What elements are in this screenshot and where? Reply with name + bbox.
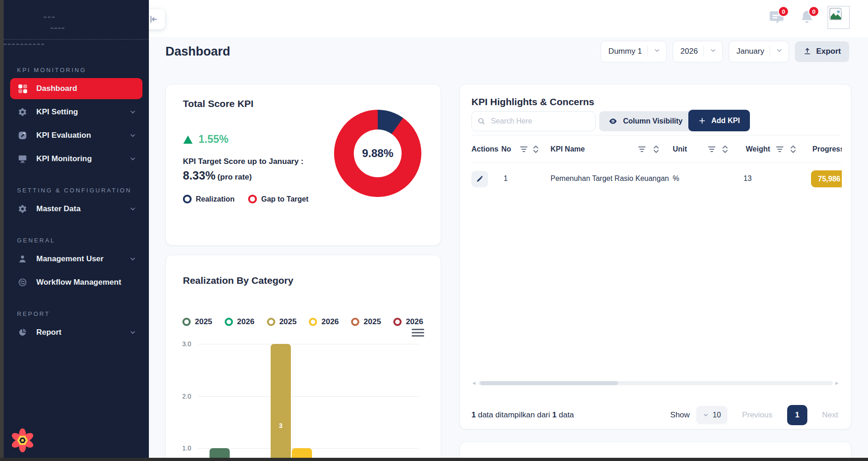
sidebar-item-management-user[interactable]: Management User: [10, 248, 142, 270]
edit-pencil-icon: [476, 175, 484, 183]
delta-row: 1.55%: [183, 133, 228, 146]
horizontal-scrollbar[interactable]: ◄ ►: [471, 381, 840, 385]
table-summary: 1 data ditampilkan dari 1 data: [471, 410, 574, 420]
filter-icon[interactable]: [520, 146, 528, 154]
scrollbar-track[interactable]: [478, 381, 833, 385]
sidebar-item-label: Workflow Management: [36, 278, 121, 287]
chevron-down-icon: [129, 329, 136, 338]
column-header-actions: Actions: [471, 145, 499, 153]
legend-ring-icon: [248, 195, 257, 203]
pagination-row: 1 data ditampilkan dari 1 data Show 10 P…: [471, 405, 841, 425]
dashboard-grid-icon: [17, 84, 28, 94]
scroll-left-arrow[interactable]: ◄: [471, 381, 477, 386]
chevron-down-icon: [129, 132, 136, 141]
column-header-progress: Progress: [812, 145, 842, 153]
broken-image-icon: [829, 7, 843, 21]
pie-chart-icon: [17, 327, 28, 337]
edit-row-button[interactable]: [471, 171, 488, 187]
card-title: Total Score KPI: [183, 98, 254, 109]
donut-chart: 9.88%: [334, 110, 421, 197]
divider: [770, 46, 770, 57]
realization-card: Realization By Category 2025202620252026…: [165, 255, 441, 461]
column-visibility-label: Column Visibility: [623, 117, 683, 125]
legend-item-gap-to-target: Gap to Target: [248, 195, 308, 203]
filter-icon[interactable]: [776, 146, 783, 154]
react-query-devtools-icon[interactable]: [9, 427, 36, 454]
search-input-wrap: [471, 111, 596, 131]
total-count: 1: [552, 410, 556, 419]
export-button[interactable]: Export: [795, 41, 849, 62]
filter-group: Dummy 12026January Export: [601, 41, 849, 62]
sidebar-item-label: Report: [36, 328, 62, 337]
monitor-icon: [17, 154, 28, 164]
notifications-button[interactable]: 0: [797, 8, 817, 27]
filter-select-dummy-1[interactable]: Dummy 1: [601, 41, 667, 62]
progress-badge: 75,986: [811, 170, 842, 187]
triangle-up-icon: [183, 135, 193, 144]
sidebar-item-workflow-management[interactable]: Workflow Management: [10, 272, 142, 293]
bar-2025-c3a84c[interactable]: [271, 344, 291, 461]
select-value: Dummy 1: [608, 47, 642, 56]
y-axis-tick: 2.0: [166, 393, 191, 400]
sidebar-item-master-data[interactable]: Master Data: [10, 198, 142, 219]
sort-icon[interactable]: [790, 145, 796, 155]
logo-skeleton-dash: [4, 44, 44, 45]
chevron-down-icon: [129, 255, 136, 265]
sidebar-nav: KPI MONITORINGDashboardKPI SettingKPI Ev…: [4, 67, 149, 343]
sidebar-section-label: GENERAL: [17, 237, 149, 244]
column-header-unit: Unit: [673, 145, 687, 153]
avatar[interactable]: [828, 6, 850, 29]
sidebar-item-report[interactable]: Report: [10, 322, 142, 343]
page-number-button[interactable]: 1: [787, 405, 807, 425]
upload-icon: [803, 47, 811, 56]
filter-select-2026[interactable]: 2026: [673, 41, 723, 62]
sidebar-item-dashboard[interactable]: Dashboard: [10, 78, 142, 99]
gridline: [198, 396, 419, 397]
card-title: KPI Highlights & Concerns: [471, 96, 594, 107]
sidebar-item-kpi-evaluation[interactable]: KPI Evaluation: [10, 125, 142, 146]
sidebar-item-label: Management User: [36, 254, 103, 264]
scroll-right-arrow[interactable]: ►: [834, 381, 840, 386]
scrollbar-thumb[interactable]: [480, 381, 618, 385]
divider: [647, 46, 648, 57]
chevron-down-icon: [709, 47, 717, 56]
add-kpi-button[interactable]: Add KPI: [688, 110, 750, 131]
sidebar-item-kpi-setting[interactable]: KPI Setting: [10, 101, 142, 123]
sort-icon[interactable]: [533, 145, 539, 155]
sidebar-item-kpi-monitoring[interactable]: KPI Monitoring: [10, 148, 142, 169]
messages-button[interactable]: 0: [767, 8, 786, 27]
export-label: Export: [816, 47, 841, 56]
sidebar-divider: [4, 39, 149, 39]
gridline: [198, 344, 419, 344]
filter-select-january[interactable]: January: [729, 41, 789, 62]
filter-icon[interactable]: [638, 146, 646, 154]
column-visibility-button[interactable]: Column Visibility: [599, 111, 692, 131]
legend-label: Gap to Target: [261, 195, 308, 203]
column-header-weight: Weight: [746, 145, 770, 153]
sidebar-item-label: KPI Monitoring: [36, 154, 92, 163]
plus-icon: [698, 117, 706, 124]
cell-no: 1: [504, 174, 508, 183]
sidebar-section-label: SETTING & CONFIGURATION: [17, 187, 149, 194]
page-size-select[interactable]: 10: [696, 406, 727, 424]
chevron-down-icon: [776, 47, 783, 56]
target-value-line: 8.33% (pro rate): [183, 169, 252, 182]
column-header-no: No: [501, 145, 511, 153]
sort-icon[interactable]: [722, 145, 728, 155]
delta-value: 1.55%: [199, 133, 228, 146]
sidebar-item-label: KPI Evaluation: [36, 131, 91, 140]
sidebar-item-label: Dashboard: [36, 84, 77, 93]
sidebar-item-label: KPI Setting: [36, 107, 78, 117]
filter-icon[interactable]: [708, 146, 715, 154]
gear-icon: [17, 204, 28, 214]
user-icon: [17, 254, 28, 264]
cell-unit: %: [673, 174, 679, 183]
sort-icon[interactable]: [653, 145, 659, 155]
search-input[interactable]: [490, 117, 590, 126]
previous-page-button[interactable]: Previous: [739, 410, 775, 420]
target-line: KPI Target Score up to January :: [183, 157, 303, 166]
chevron-down-icon: [129, 108, 136, 118]
search-icon: [477, 117, 485, 126]
bar-value-label: 3: [279, 422, 283, 429]
next-page-button[interactable]: Next: [819, 410, 841, 420]
